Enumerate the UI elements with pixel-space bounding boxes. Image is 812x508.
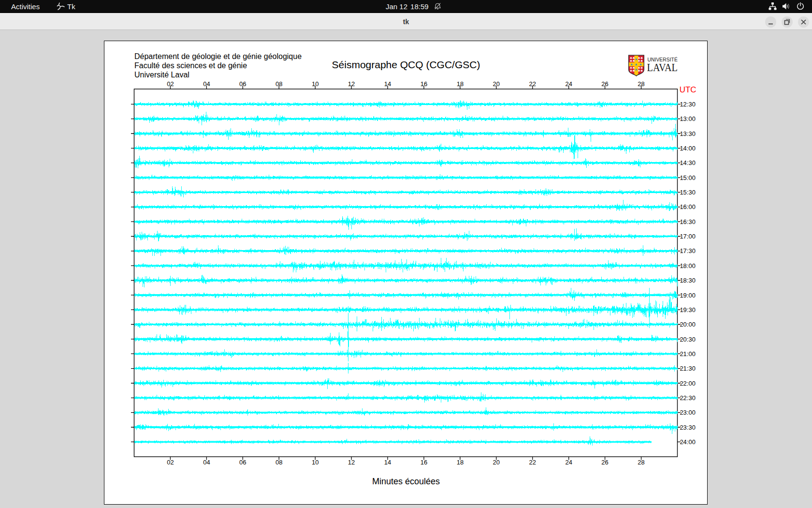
svg-text:26: 26 bbox=[601, 459, 608, 466]
svg-text:Minutes écoulées: Minutes écoulées bbox=[372, 477, 440, 486]
svg-text:Séismographe QCQ (CGC/GSC): Séismographe QCQ (CGC/GSC) bbox=[332, 59, 480, 70]
svg-text:06: 06 bbox=[239, 80, 246, 88]
svg-text:17:00: 17:00 bbox=[680, 233, 696, 240]
svg-text:08: 08 bbox=[276, 459, 282, 466]
svg-text:13:30: 13:30 bbox=[680, 130, 696, 137]
svg-text:15:30: 15:30 bbox=[680, 189, 696, 196]
svg-text:23:00: 23:00 bbox=[680, 409, 696, 416]
svg-text:24: 24 bbox=[565, 459, 572, 466]
svg-text:Faculté des sciences et de gén: Faculté des sciences et de génie bbox=[134, 61, 247, 70]
svg-text:28: 28 bbox=[638, 459, 644, 466]
svg-text:20: 20 bbox=[493, 459, 500, 466]
svg-text:24: 24 bbox=[565, 80, 572, 88]
svg-text:22:30: 22:30 bbox=[680, 394, 696, 402]
svg-text:18:00: 18:00 bbox=[680, 262, 696, 269]
svg-text:16: 16 bbox=[420, 459, 427, 466]
svg-text:18: 18 bbox=[457, 459, 464, 466]
svg-text:18: 18 bbox=[457, 80, 464, 88]
svg-text:06: 06 bbox=[239, 459, 246, 466]
svg-text:LAVAL: LAVAL bbox=[647, 61, 678, 74]
svg-text:04: 04 bbox=[203, 459, 210, 466]
svg-text:19:00: 19:00 bbox=[680, 292, 696, 299]
svg-text:28: 28 bbox=[638, 80, 644, 88]
svg-text:Université Laval: Université Laval bbox=[134, 71, 189, 79]
svg-text:Département de géologie et de: Département de géologie et de génie géol… bbox=[134, 52, 302, 60]
svg-text:22: 22 bbox=[529, 459, 536, 466]
svg-text:20: 20 bbox=[493, 80, 500, 88]
svg-text:08: 08 bbox=[276, 80, 282, 88]
svg-text:26: 26 bbox=[601, 80, 608, 88]
svg-text:02: 02 bbox=[167, 80, 174, 88]
svg-text:22: 22 bbox=[529, 80, 536, 88]
svg-text:04: 04 bbox=[203, 80, 210, 88]
svg-text:16: 16 bbox=[420, 80, 427, 88]
svg-text:13:00: 13:00 bbox=[680, 115, 696, 122]
svg-text:14: 14 bbox=[384, 80, 391, 88]
svg-text:02: 02 bbox=[167, 459, 174, 466]
svg-text:18:30: 18:30 bbox=[680, 277, 696, 284]
svg-text:12:30: 12:30 bbox=[680, 101, 696, 108]
svg-text:21:30: 21:30 bbox=[680, 365, 696, 372]
svg-text:16:30: 16:30 bbox=[680, 218, 696, 225]
svg-text:14:30: 14:30 bbox=[680, 159, 696, 166]
svg-text:12: 12 bbox=[348, 459, 355, 466]
svg-text:UTC: UTC bbox=[680, 85, 696, 94]
svg-text:14: 14 bbox=[384, 459, 391, 466]
svg-text:24:00: 24:00 bbox=[680, 438, 696, 446]
svg-text:14:00: 14:00 bbox=[680, 145, 696, 152]
svg-text:10: 10 bbox=[312, 459, 319, 466]
svg-text:10: 10 bbox=[312, 80, 319, 88]
svg-text:23:30: 23:30 bbox=[680, 424, 696, 431]
svg-text:20:00: 20:00 bbox=[680, 321, 696, 328]
svg-text:15:00: 15:00 bbox=[680, 174, 696, 181]
svg-text:22:00: 22:00 bbox=[680, 380, 696, 387]
svg-text:12: 12 bbox=[348, 80, 355, 88]
svg-text:17:30: 17:30 bbox=[680, 247, 696, 254]
svg-text:21:00: 21:00 bbox=[680, 350, 696, 358]
svg-text:16:00: 16:00 bbox=[680, 203, 696, 210]
svg-text:20:30: 20:30 bbox=[680, 336, 696, 343]
svg-text:19:30: 19:30 bbox=[680, 306, 696, 314]
